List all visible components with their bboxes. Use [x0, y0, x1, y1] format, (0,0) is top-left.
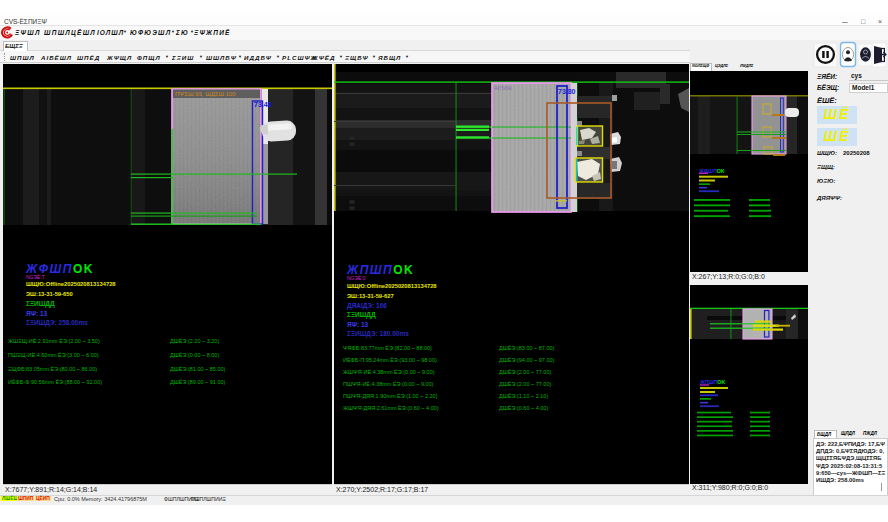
- svg-text:73.48: 73.48: [254, 101, 272, 108]
- svg-text:73.80: 73.80: [558, 88, 576, 95]
- svg-text:ЖПШПOK: ЖПШПOK: [699, 379, 725, 385]
- svg-text:AIПИЖ: AIПИЖ: [494, 85, 512, 91]
- svg-text:ПΨΣШ:93, ШДΣШ:100: ПΨΣШ:93, ШДΣШ:100: [175, 91, 236, 97]
